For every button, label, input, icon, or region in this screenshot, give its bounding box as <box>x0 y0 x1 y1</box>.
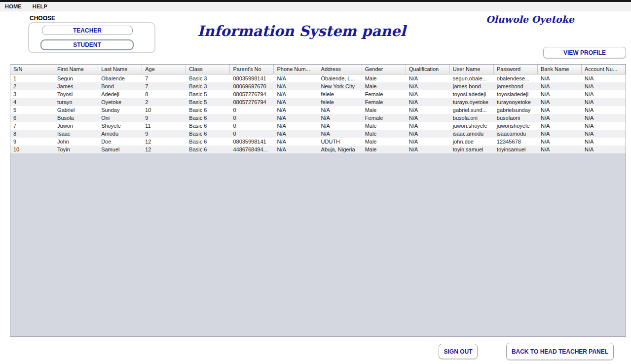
table-cell: isaac.amodu <box>450 130 494 138</box>
table-cell: 5 <box>10 106 54 114</box>
table-cell: Female <box>362 98 406 106</box>
back-to-head-teacher-panel-button[interactable]: BACK TO HEAD TEACHER PANEL <box>506 343 614 360</box>
table-cell: N/A <box>406 74 450 82</box>
table-cell: 4 <box>10 98 54 106</box>
table-row[interactable]: 9JohnDoe12Basic 608035998141N/AUDUTHMale… <box>10 138 626 146</box>
table-cell: N/A <box>582 138 626 146</box>
table-cell: 7 <box>142 74 186 82</box>
table-cell: James <box>54 82 98 90</box>
table-cell: turayo <box>54 98 98 106</box>
table-row[interactable]: 1SegunObalende7Basic 308035998141N/AObal… <box>10 74 626 82</box>
table-cell: 0 <box>230 130 274 138</box>
table-cell: N/A <box>406 90 450 98</box>
column-header[interactable]: User Name <box>450 65 494 74</box>
table-cell: N/A <box>582 106 626 114</box>
table-row[interactable]: 7JuwonShoyele11Basic 60N/AN/AMaleN/Ajuwo… <box>10 122 626 130</box>
table-row[interactable]: 6BusolaOni9Basic 60N/AN/AFemaleN/Abusola… <box>10 114 626 122</box>
table-cell: N/A <box>406 130 450 138</box>
table-cell: N/A <box>582 130 626 138</box>
table-cell: Sunday <box>98 106 142 114</box>
table-cell: N/A <box>274 114 318 122</box>
column-header[interactable]: Password <box>494 65 538 74</box>
table-cell: 0 <box>230 122 274 130</box>
column-header[interactable]: Phone Num... <box>274 65 318 74</box>
table-cell: 9 <box>10 138 54 146</box>
table-cell: N/A <box>274 122 318 130</box>
table-row[interactable]: 4turayoOyetoke2Basic 508057276794N/Afele… <box>10 98 626 106</box>
table-cell: N/A <box>582 114 626 122</box>
table-body: 1SegunObalende7Basic 308035998141N/AObal… <box>10 74 626 336</box>
table-cell: N/A <box>406 138 450 146</box>
table-cell: 0 <box>230 106 274 114</box>
column-header[interactable]: Parent's No <box>230 65 274 74</box>
table-cell: N/A <box>274 82 318 90</box>
menu-bar: HOME HELP <box>0 2 631 11</box>
table-cell: 4486768494... <box>230 146 274 153</box>
students-table: S/NFirst NameLast NameAgeClassParent's N… <box>10 64 626 337</box>
table-row[interactable]: 10ToyinSamuel12Basic 64486768494...N/AAb… <box>10 146 626 153</box>
table-cell: toyin.samuel <box>450 146 494 153</box>
table-cell: N/A <box>274 90 318 98</box>
table-cell: N/A <box>318 114 362 122</box>
menu-item-help[interactable]: HELP <box>32 2 48 10</box>
column-header[interactable]: Bank Name <box>538 65 582 74</box>
table-cell: 0 <box>230 114 274 122</box>
table-cell: Male <box>362 122 406 130</box>
column-header[interactable]: Last Name <box>98 65 142 74</box>
column-header[interactable]: Age <box>142 65 186 74</box>
table-cell: Adedeji <box>98 90 142 98</box>
table-row[interactable]: 3ToyosiAdedeji8Basic 508057276794N/Afele… <box>10 90 626 98</box>
table-cell: N/A <box>406 122 450 130</box>
student-button[interactable]: STUDENT <box>40 39 134 50</box>
table-cell: 9 <box>142 130 186 138</box>
table-cell: Female <box>362 114 406 122</box>
table-cell: N/A <box>582 82 626 90</box>
table-cell: N/A <box>274 146 318 153</box>
column-header[interactable]: Account Nu... <box>582 65 626 74</box>
table-cell: Basic 5 <box>186 90 230 98</box>
table-cell: john.doe <box>450 138 494 146</box>
table-cell: UDUTH <box>318 138 362 146</box>
table-cell: Oni <box>98 114 142 122</box>
table-cell: 08035998141 <box>230 138 274 146</box>
table-cell: gabrielsunday <box>494 106 538 114</box>
sign-out-button[interactable]: SIGN OUT <box>439 344 478 359</box>
table-cell: Amodu <box>98 130 142 138</box>
menu-item-home[interactable]: HOME <box>4 2 23 10</box>
column-header[interactable]: First Name <box>54 65 98 74</box>
table-cell: busolaoni <box>494 114 538 122</box>
view-profile-button[interactable]: VIEW PROFILE <box>543 47 626 58</box>
table-cell: Juwon <box>54 122 98 130</box>
column-header[interactable]: Qualification <box>406 65 450 74</box>
table-cell: 6 <box>10 114 54 122</box>
table-cell: New York City <box>318 82 362 90</box>
column-header[interactable]: Class <box>186 65 230 74</box>
table-cell: N/A <box>274 138 318 146</box>
table-row[interactable]: 2JamesBond7Basic 308069697670N/ANew York… <box>10 82 626 90</box>
table-cell: N/A <box>538 82 582 90</box>
table-cell: Male <box>362 130 406 138</box>
table-cell: 08035998141 <box>230 74 274 82</box>
column-header[interactable]: Gender <box>362 65 406 74</box>
table-cell: turayo.oyetoke <box>450 98 494 106</box>
table-cell: Basic 6 <box>186 146 230 153</box>
table-cell: Gabriel <box>54 106 98 114</box>
table-cell: N/A <box>582 74 626 82</box>
column-header[interactable]: Address <box>318 65 362 74</box>
table-cell: N/A <box>538 146 582 153</box>
table-cell: Male <box>362 74 406 82</box>
table-cell: Basic 3 <box>186 74 230 82</box>
teacher-button[interactable]: TEACHER <box>42 26 133 35</box>
table-cell: isaacamodu <box>494 130 538 138</box>
table-row[interactable]: 8IsaacAmodu9Basic 60N/AN/AMaleN/Aisaac.a… <box>10 130 626 138</box>
table-cell: N/A <box>538 98 582 106</box>
table-cell: juwonshoyele <box>494 122 538 130</box>
column-header[interactable]: S/N <box>10 65 54 74</box>
table-cell: juwon.shoyele <box>450 122 494 130</box>
table-cell: Basic 3 <box>186 82 230 90</box>
table-cell: toyosi.adedeji <box>450 90 494 98</box>
table-row[interactable]: 5GabrielSunday10Basic 60N/AN/AMaleN/Agab… <box>10 106 626 114</box>
table-cell: Basic 6 <box>186 122 230 130</box>
table-cell: turayooyetoke <box>494 98 538 106</box>
table-cell: gabriel.sund... <box>450 106 494 114</box>
